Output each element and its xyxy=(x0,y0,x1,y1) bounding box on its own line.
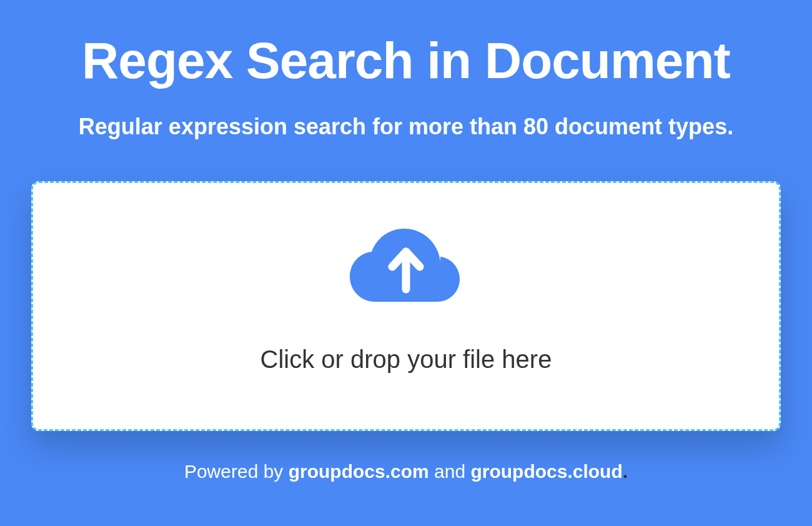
dropzone-instruction: Click or drop your file here xyxy=(260,345,552,374)
page-subtitle: Regular expression search for more than … xyxy=(79,114,733,140)
footer-text: Powered by groupdocs.com and groupdocs.c… xyxy=(184,461,628,482)
page-title: Regex Search in Document xyxy=(82,31,730,90)
footer-conjunction: and xyxy=(429,461,471,482)
cloud-upload-icon xyxy=(350,221,462,308)
footer-link-groupdocs-cloud[interactable]: groupdocs.cloud xyxy=(470,461,622,482)
file-dropzone[interactable]: Click or drop your file here xyxy=(31,181,781,431)
footer-link-groupdocs-com[interactable]: groupdocs.com xyxy=(289,461,429,482)
footer-prefix: Powered by xyxy=(184,461,289,482)
footer-period: . xyxy=(623,461,628,482)
